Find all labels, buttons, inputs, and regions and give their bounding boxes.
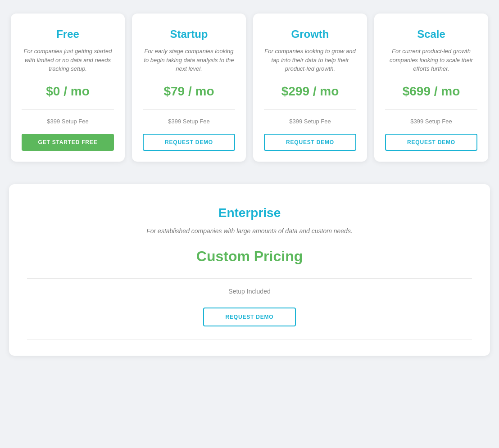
plan-divider-free <box>22 109 114 110</box>
plan-card-scale: Scale For current product-led growth com… <box>374 14 488 162</box>
plan-card-enterprise: Enterprise For established companies wit… <box>9 184 490 356</box>
plan-cta-startup[interactable]: REQUEST DEMO <box>143 134 235 151</box>
plan-name-growth: Growth <box>291 28 329 41</box>
plan-setup-fee-startup: $399 Setup Fee <box>168 118 210 125</box>
plan-description-scale: For current product-led growth companies… <box>385 47 477 73</box>
plan-price-scale: $699 / mo <box>403 84 460 99</box>
plan-card-startup: Startup For early stage companies lookin… <box>132 14 246 162</box>
plan-description-enterprise: For established companies with large amo… <box>146 227 353 235</box>
plan-cta-enterprise[interactable]: REQUEST DEMO <box>203 308 296 326</box>
pricing-cards-row: Free For companies just getting started … <box>9 9 490 166</box>
plan-cta-free[interactable]: GET STARTED FREE <box>22 134 114 151</box>
plan-cta-scale[interactable]: REQUEST DEMO <box>385 134 477 151</box>
plan-top-divider-enterprise <box>27 278 472 279</box>
plan-description-growth: For companies looking to grow and tap in… <box>264 47 356 73</box>
plan-name-scale: Scale <box>417 28 445 41</box>
plan-name-enterprise: Enterprise <box>218 206 281 220</box>
plan-price-growth: $299 / mo <box>281 84 339 99</box>
plan-description-startup: For early stage companies looking to beg… <box>143 47 235 73</box>
plan-price-enterprise: Custom Pricing <box>196 248 303 265</box>
plan-setup-fee-growth: $399 Setup Fee <box>289 118 331 125</box>
plan-card-growth: Growth For companies looking to grow and… <box>253 14 367 162</box>
plan-divider-startup <box>143 109 235 110</box>
plan-name-startup: Startup <box>170 28 208 41</box>
plan-price-startup: $79 / mo <box>163 84 214 99</box>
plan-setup-fee-free: $399 Setup Fee <box>47 118 89 125</box>
plan-divider-growth <box>264 109 356 110</box>
plan-divider-scale <box>385 109 477 110</box>
plan-cta-growth[interactable]: REQUEST DEMO <box>264 134 356 151</box>
plan-description-free: For companies just getting started with … <box>22 47 114 73</box>
plan-name-free: Free <box>56 28 79 41</box>
plan-setup-fee-scale: $399 Setup Fee <box>410 118 452 125</box>
plan-card-free: Free For companies just getting started … <box>11 14 125 162</box>
plan-price-free: $0 / mo <box>46 84 89 99</box>
plan-bottom-divider-enterprise <box>27 339 472 339</box>
plan-setup-fee-enterprise: Setup Included <box>228 288 270 295</box>
